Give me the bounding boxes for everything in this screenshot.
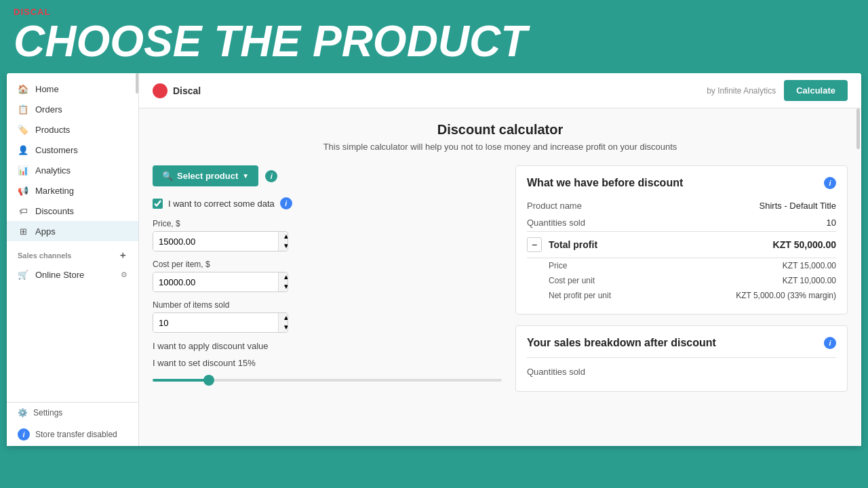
cost-spinners: ▲ ▼ (278, 272, 288, 291)
sidebar-item-label-marketing: Marketing (35, 186, 74, 196)
calculator-body: 🔍 Select product ▼ i I want to correct s… (139, 159, 861, 405)
sidebar-item-label-products: Products (35, 125, 70, 135)
sidebar-item-label-customers: Customers (35, 145, 78, 155)
total-profit-collapse-button[interactable]: − (527, 237, 542, 252)
discount-slider[interactable] (153, 379, 502, 382)
sidebar-item-label-analytics: Analytics (35, 165, 71, 176)
sidebar-item-label-discounts: Discounts (35, 206, 74, 216)
left-panel: 🔍 Select product ▼ i I want to correct s… (153, 165, 515, 392)
price-up-button[interactable]: ▲ (279, 232, 288, 241)
banner-logo: DISCAL (14, 7, 854, 17)
after-discount-info-icon[interactable]: i (824, 337, 836, 349)
sidebar-item-apps[interactable]: ⊞ Apps (7, 221, 138, 241)
add-sales-channel-icon[interactable]: ＋ (118, 249, 127, 262)
marketing-icon: 📢 (18, 185, 28, 196)
right-scrollbar[interactable] (856, 108, 860, 149)
calculate-button[interactable]: Calculate (784, 80, 848, 101)
cost-per-unit-value: KZT 10,000.00 (783, 276, 836, 285)
after-quantities-sold-label: Quantities sold (527, 367, 585, 377)
online-store-settings-icon[interactable]: ⚙ (121, 270, 127, 279)
before-discount-info-icon[interactable]: i (824, 177, 836, 189)
sidebar-item-analytics[interactable]: 📊 Analytics (7, 160, 138, 180)
correct-data-checkbox[interactable] (153, 199, 163, 209)
store-transfer-label: Store transfer disabled (35, 430, 117, 439)
net-profit-value: KZT 5,000.00 (33% margin) (736, 291, 836, 300)
correct-data-label: I want to correct some data (168, 199, 275, 209)
items-sold-input-wrap: ▲ ▼ (153, 312, 288, 333)
settings-item[interactable]: ⚙️ Settings (7, 403, 138, 423)
products-icon: 🏷️ (18, 124, 28, 135)
after-discount-header: Your sales breakdown after discount i (527, 337, 836, 349)
price-down-button[interactable]: ▼ (279, 241, 288, 251)
sidebar-item-customers[interactable]: 👤 Customers (7, 140, 138, 160)
app-header-left: Discal (153, 83, 201, 98)
quantities-sold-row: Quantities sold 10 (527, 214, 836, 231)
cost-input-wrap: ▲ ▼ (153, 272, 288, 292)
sidebar-nav: 🏠 Home 📋 Orders 🏷️ Products 👤 Customers … (7, 73, 138, 290)
quantities-sold-value: 10 (827, 218, 836, 228)
sidebar-item-online-store[interactable]: 🛒 Online Store ⚙ (7, 264, 138, 285)
select-product-info-icon[interactable]: i (265, 170, 277, 182)
sidebar-item-products[interactable]: 🏷️ Products (7, 119, 138, 140)
cost-up-button[interactable]: ▲ (279, 272, 288, 282)
sidebar-item-discounts[interactable]: 🏷 Discounts (7, 201, 138, 221)
cost-input[interactable] (153, 272, 278, 291)
cost-per-unit-label: Cost per unit (549, 276, 595, 285)
price-field-group: Price, $ ▲ ▼ (153, 219, 502, 251)
right-panel: What we have before discount i Product n… (515, 165, 848, 392)
sales-channels-label: Sales channels ＋ (7, 241, 138, 264)
app-name: Discal (173, 85, 201, 96)
discount-area: I want to set discount 15% (153, 358, 502, 384)
store-transfer-item[interactable]: i Store transfer disabled (7, 423, 138, 446)
quantities-sold-label: Quantities sold (527, 218, 585, 228)
sidebar-bottom: ⚙️ Settings i Store transfer disabled (7, 402, 138, 446)
after-quantities-sold-row: Quantities sold (527, 363, 836, 380)
product-name-row: Product name Shirts - Default Title (527, 197, 836, 214)
before-discount-header: What we have before discount i (527, 177, 836, 189)
sidebar-item-label-orders: Orders (35, 104, 62, 115)
before-discount-section: What we have before discount i Product n… (515, 165, 848, 314)
items-sold-label: Number of items sold (153, 300, 502, 310)
banner: DISCAL CHOOSE THE PRODUCT (0, 0, 868, 73)
sidebar-item-orders[interactable]: 📋 Orders (7, 99, 138, 119)
calculator-header: Discount calculator This simple calculat… (139, 108, 861, 159)
sidebar-item-label-home: Home (35, 84, 59, 94)
calculator-area: Discount calculator This simple calculat… (139, 108, 861, 446)
items-sold-input[interactable] (153, 313, 278, 332)
banner-title: CHOOSE THE PRODUCT (14, 20, 854, 63)
sidebar-item-marketing[interactable]: 📢 Marketing (7, 180, 138, 201)
price-sub-value: KZT 15,000.00 (783, 261, 836, 270)
select-product-row: 🔍 Select product ▼ i (153, 165, 502, 186)
price-sub-row: Price KZT 15,000.00 (527, 258, 836, 273)
main-content: Discal by Infinite Analytics Calculate D… (139, 73, 861, 446)
settings-label: Settings (33, 408, 62, 418)
total-profit-label: Total profit (549, 239, 773, 250)
items-sold-down-button[interactable]: ▼ (279, 323, 288, 332)
total-profit-row: − Total profit KZT 50,000.00 (527, 231, 836, 258)
apply-discount-label: I want to apply discount value (153, 341, 502, 351)
net-profit-sub-row: Net profit per unit KZT 5,000.00 (33% ma… (527, 288, 836, 303)
total-profit-value: KZT 50,000.00 (773, 239, 836, 250)
customers-icon: 👤 (18, 144, 28, 155)
sidebar-item-home[interactable]: 🏠 Home (7, 79, 138, 99)
price-input[interactable] (153, 232, 278, 251)
cost-per-unit-sub-row: Cost per unit KZT 10,000.00 (527, 273, 836, 288)
after-discount-section: Your sales breakdown after discount i Qu… (515, 325, 848, 392)
price-sub-label: Price (549, 261, 567, 270)
orders-icon: 📋 (18, 104, 28, 115)
analytics-icon: 📊 (18, 165, 28, 176)
correct-data-info-icon[interactable]: i (280, 197, 292, 209)
cost-down-button[interactable]: ▼ (279, 282, 288, 291)
select-product-button[interactable]: 🔍 Select product ▼ (153, 165, 258, 186)
app-by-text: by Infinite Analytics (707, 86, 776, 96)
before-discount-title: What we have before discount (527, 177, 683, 189)
apps-icon: ⊞ (18, 226, 28, 237)
discount-slider-label: I want to set discount 15% (153, 358, 502, 368)
items-sold-up-button[interactable]: ▲ (279, 313, 288, 323)
items-sold-spinners: ▲ ▼ (278, 313, 288, 332)
settings-icon: ⚙️ (18, 408, 28, 418)
discounts-icon: 🏷 (18, 205, 28, 216)
app-container: 🏠 Home 📋 Orders 🏷️ Products 👤 Customers … (7, 73, 861, 446)
product-name-label: Product name (527, 201, 582, 211)
info-icon-sidebar: i (18, 428, 30, 441)
